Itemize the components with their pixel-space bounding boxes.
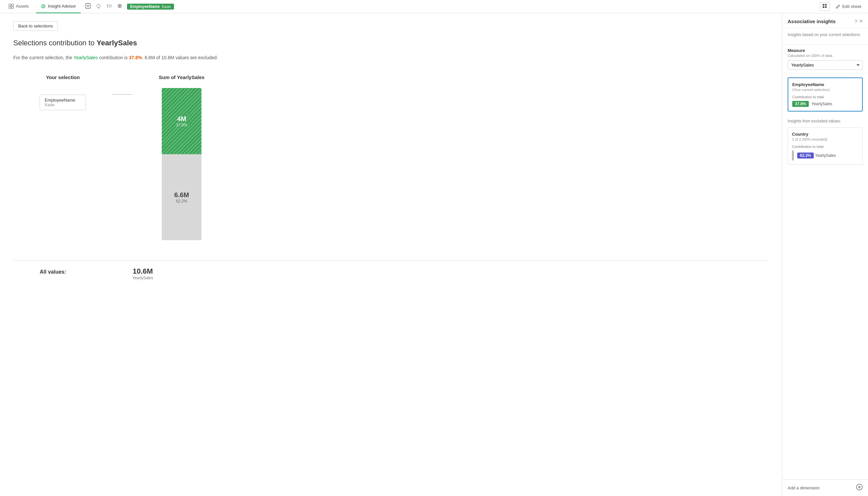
title-measure: YearlySales — [97, 39, 137, 47]
lasso-tool-btn[interactable] — [94, 1, 103, 12]
excluded-contrib-label: Contribution to total — [792, 144, 858, 149]
measure-section: Measure Calculated on 100% of data Yearl… — [782, 45, 868, 74]
excluded-section: Insights from excluded values: — [782, 115, 868, 127]
current-contrib-label: Contribution to total — [792, 95, 858, 99]
add-dimension-row[interactable]: Add a dimension — [782, 479, 868, 496]
all-values-label: All values: — [40, 269, 66, 275]
gray-pct: 62.2% — [176, 199, 187, 203]
gray-value: 6.6M — [174, 191, 189, 199]
add-dimension-btn[interactable] — [856, 484, 863, 492]
range-icon — [106, 3, 112, 9]
insights-label-section: Insights based on your current selection… — [782, 28, 868, 45]
content-area: Back to selections Selections contributi… — [0, 13, 782, 496]
top-right: Edit sheet — [820, 2, 864, 11]
selection-value: Kasie — [162, 5, 171, 9]
toolbar-icons — [83, 1, 124, 12]
bar-chart: 4M 37.8% 6.6M 62.2% — [162, 88, 202, 240]
svg-point-7 — [118, 4, 122, 7]
subtitle-middle: contribution is — [98, 55, 129, 60]
panel-header: Associative insights ? × — [782, 13, 868, 28]
subtitle-pct: 37.8% — [129, 55, 142, 60]
svg-rect-12 — [825, 6, 827, 8]
svg-rect-1 — [12, 4, 14, 6]
grid-icon — [822, 4, 827, 8]
excluded-measure: YearlySales — [815, 153, 836, 158]
svg-rect-10 — [825, 4, 827, 6]
panel-title: Associative insights — [788, 18, 836, 24]
insight-advisor-tab[interactable]: Insight Advisor — [36, 0, 81, 13]
subtitle-measure: YearlySales — [74, 55, 98, 60]
connector — [112, 94, 132, 95]
excluded-insight-card[interactable]: Country 1 of 2 (50% excluded) Contributi… — [788, 127, 863, 165]
current-measure: YearlySales — [811, 102, 832, 106]
selection-column: Your selection EmployeeName Kasie — [40, 75, 86, 110]
plus-circle-icon — [856, 484, 863, 490]
green-value: 4M — [177, 115, 186, 123]
title-prefix: Selections contribution to — [13, 39, 97, 47]
all-total-value: 10.6M — [132, 267, 153, 276]
selection-box: EmployeeName Kasie — [40, 95, 86, 110]
gray-bar-indicator — [792, 151, 794, 160]
current-badge: 37.8% — [792, 101, 809, 107]
all-values-row: All values: 10.6M YearlySales — [13, 260, 769, 280]
insight-icon — [41, 4, 46, 9]
excluded-card-sub: 1 of 2 (50% excluded) — [792, 137, 858, 141]
selection-tag[interactable]: EmployeeName Kasie — [127, 4, 174, 10]
current-insight-card[interactable]: EmployeeName (Your current selection) Co… — [788, 77, 863, 111]
panel-close-btn[interactable]: × — [859, 18, 863, 25]
bar-col-label: Sum of YearlySales — [159, 75, 204, 80]
add-dimension-label: Add a dimension — [788, 485, 820, 490]
edit-sheet-label: Edit sheet — [842, 4, 862, 9]
selection-box-field: EmployeeName — [45, 98, 81, 103]
measure-sub: Calculated on 100% of data — [788, 53, 863, 58]
svg-rect-0 — [9, 4, 11, 6]
subtitle: For the current selection, the YearlySal… — [13, 54, 769, 61]
selection-col-label: Your selection — [46, 75, 80, 80]
lasso-icon — [96, 3, 101, 9]
bar-segment-excluded: 6.6M 62.2% — [162, 154, 202, 240]
current-card-sub: (Your current selection) — [792, 88, 858, 92]
target-tool-btn[interactable] — [115, 1, 124, 12]
bar-segment-selected: 4M 37.8% — [162, 88, 202, 154]
range-tool-btn[interactable] — [105, 1, 114, 12]
select-tool-btn[interactable] — [83, 1, 93, 12]
excluded-title: Insights from excluded values: — [788, 119, 863, 123]
svg-rect-3 — [12, 6, 14, 9]
top-nav: Assets Insight Advisor — [0, 0, 868, 13]
panel-help-btn[interactable]: ? — [854, 18, 857, 24]
grid-view-btn[interactable] — [820, 2, 830, 11]
chart-section: Your selection EmployeeName Kasie Sum of… — [13, 75, 769, 240]
svg-rect-9 — [823, 4, 824, 6]
edit-sheet-btn[interactable]: Edit sheet — [833, 3, 864, 10]
selection-field: EmployeeName — [130, 4, 160, 9]
main-layout: Back to selections Selections contributi… — [0, 13, 868, 496]
right-panel: Associative insights ? × Insights based … — [782, 13, 868, 496]
assets-label: Assets — [16, 4, 29, 9]
svg-rect-2 — [9, 6, 11, 9]
select-icon — [85, 3, 91, 9]
assets-icon — [9, 4, 14, 9]
measure-title: Measure — [788, 48, 863, 53]
selection-box-value: Kasie — [45, 103, 81, 107]
insight-label: Insight Advisor — [48, 4, 76, 9]
excluded-card-title: Country — [792, 132, 858, 137]
current-contrib-row: 37.8% YearlySales — [792, 101, 858, 107]
edit-icon — [836, 4, 840, 9]
connector-line — [112, 94, 132, 95]
page-title: Selections contribution to YearlySales — [13, 39, 769, 47]
all-values-total: 10.6M YearlySales — [132, 267, 153, 280]
svg-rect-11 — [823, 6, 824, 8]
excluded-badge: 62.2% — [797, 153, 814, 158]
back-to-selections-button[interactable]: Back to selections — [13, 21, 58, 31]
subtitle-prefix: For the current selection, the — [13, 55, 74, 60]
svg-point-8 — [119, 5, 121, 6]
green-pct: 37.8% — [176, 123, 187, 127]
measure-select[interactable]: YearlySales — [788, 60, 863, 70]
insights-label: Insights based on your current selection… — [788, 32, 863, 37]
excluded-contrib-row: 62.2% YearlySales — [792, 151, 858, 160]
svg-rect-6 — [107, 5, 111, 7]
target-icon — [117, 3, 123, 9]
current-card-title: EmployeeName — [792, 82, 858, 87]
assets-tab[interactable]: Assets — [4, 0, 33, 13]
all-total-measure: YearlySales — [132, 276, 153, 280]
